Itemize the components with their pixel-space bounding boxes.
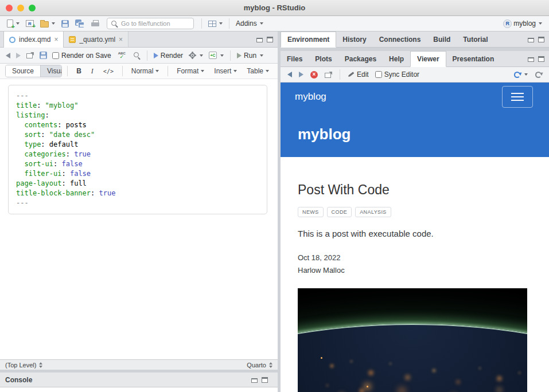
yaml-code-block[interactable]: ---title: "myblog"listing: contents: pos… bbox=[8, 85, 267, 214]
table-menu[interactable]: Table bbox=[243, 66, 272, 76]
maximize-pane-button[interactable] bbox=[267, 37, 273, 42]
tab-viewer[interactable]: Viewer bbox=[410, 51, 446, 67]
chevron-down-icon bbox=[539, 22, 542, 25]
format-menu[interactable]: Format bbox=[173, 66, 208, 76]
maximize-pane-button[interactable] bbox=[262, 377, 268, 383]
find-replace-button[interactable] bbox=[131, 50, 142, 60]
code-line[interactable]: listing: bbox=[16, 111, 259, 120]
paragraph-style-dropdown[interactable]: Normal bbox=[128, 66, 163, 76]
render-options-button[interactable] bbox=[187, 50, 205, 60]
italic-button[interactable]: I bbox=[88, 66, 97, 77]
code-line[interactable]: sort-ui: false bbox=[16, 159, 259, 169]
code-line[interactable]: type: default bbox=[16, 140, 259, 150]
tab-presentation[interactable]: Presentation bbox=[446, 51, 501, 66]
minimize-pane-button[interactable] bbox=[528, 56, 534, 62]
goto-file-input[interactable] bbox=[121, 20, 190, 27]
code-line[interactable]: categories: true bbox=[16, 150, 259, 159]
source-forward-button[interactable] bbox=[14, 52, 22, 60]
maximize-pane-button[interactable] bbox=[538, 56, 544, 62]
tab-environment[interactable]: Environment bbox=[281, 32, 336, 48]
tab-history[interactable]: History bbox=[336, 32, 372, 47]
tab-plots[interactable]: Plots bbox=[309, 51, 338, 66]
viewer-popout-button[interactable] bbox=[323, 70, 334, 79]
console-body[interactable] bbox=[0, 387, 278, 392]
chevron-down-icon bbox=[200, 54, 203, 57]
tab-files[interactable]: Files bbox=[281, 51, 309, 66]
save-all-button[interactable] bbox=[73, 18, 87, 29]
viewer-edit-button[interactable]: Edit bbox=[346, 69, 371, 80]
bold-button[interactable]: B bbox=[73, 66, 85, 76]
run-button[interactable]: Run bbox=[235, 50, 265, 61]
visual-mode-button[interactable]: Visual bbox=[40, 65, 62, 77]
close-window-button[interactable] bbox=[6, 5, 13, 11]
tab-help[interactable]: Help bbox=[383, 51, 410, 66]
save-button[interactable] bbox=[59, 19, 71, 29]
environment-pane: Environment History Connections Build Tu… bbox=[281, 32, 549, 48]
viewer-stop-button[interactable] bbox=[309, 70, 320, 80]
minimize-window-button[interactable] bbox=[17, 5, 24, 11]
print-icon bbox=[91, 20, 99, 27]
save-icon bbox=[61, 20, 69, 28]
minimize-pane-button[interactable] bbox=[528, 37, 534, 42]
console-header[interactable]: Console bbox=[0, 373, 278, 387]
viewer-refresh-button[interactable] bbox=[533, 70, 544, 80]
render-button[interactable]: Render bbox=[152, 50, 185, 61]
maximize-pane-button[interactable] bbox=[538, 37, 544, 42]
insert-chunk-button[interactable] bbox=[207, 50, 225, 60]
editor-area[interactable]: ---title: "myblog"listing: contents: pos… bbox=[0, 79, 278, 359]
viewer-back-button[interactable] bbox=[286, 70, 294, 79]
toolbar-separator bbox=[229, 18, 229, 29]
back-arrow-icon bbox=[287, 72, 292, 77]
code-format-button[interactable]: </> bbox=[100, 67, 117, 76]
source-back-button[interactable] bbox=[4, 52, 12, 60]
category-badge-code[interactable]: CODE bbox=[327, 207, 352, 217]
new-project-button[interactable] bbox=[24, 19, 36, 28]
code-line[interactable]: page-layout: full bbox=[16, 179, 259, 189]
minimize-pane-button[interactable] bbox=[256, 37, 263, 42]
category-badge-analysis[interactable]: ANALYSIS bbox=[355, 207, 391, 217]
minimize-pane-button[interactable] bbox=[251, 377, 258, 383]
back-arrow-icon bbox=[6, 53, 10, 58]
render-on-save-checkbox[interactable] bbox=[52, 52, 59, 59]
addins-menu-button[interactable]: Addins bbox=[233, 18, 266, 29]
pane-layout-button[interactable] bbox=[206, 19, 225, 28]
spellcheck-button[interactable] bbox=[115, 50, 129, 61]
code-line[interactable]: title-block-banner: true bbox=[16, 189, 259, 198]
new-file-button[interactable] bbox=[5, 18, 22, 29]
save-document-button[interactable] bbox=[38, 50, 49, 60]
sync-editor-checkbox[interactable] bbox=[375, 71, 382, 78]
tab-tutorial[interactable]: Tutorial bbox=[457, 32, 494, 47]
code-line[interactable]: title: "myblog" bbox=[16, 101, 259, 111]
category-badge-news[interactable]: NEWS bbox=[298, 207, 324, 217]
tab-connections[interactable]: Connections bbox=[373, 32, 427, 47]
scope-selector[interactable]: (Top Level) bbox=[5, 362, 42, 369]
open-in-new-window-button[interactable] bbox=[25, 51, 36, 60]
language-mode-selector[interactable]: Quarto bbox=[247, 362, 272, 369]
viewer-sync-button[interactable] bbox=[512, 70, 529, 80]
source-mode-button[interactable]: Source bbox=[6, 65, 40, 77]
code-line[interactable]: filter-ui: false bbox=[16, 169, 259, 179]
blog-navbar-title-link[interactable]: myblog bbox=[295, 91, 326, 103]
zoom-window-button[interactable] bbox=[29, 5, 36, 11]
open-file-button[interactable] bbox=[38, 19, 57, 29]
tab-label: index.qmd bbox=[19, 36, 50, 44]
stop-icon bbox=[310, 71, 318, 79]
toolbar-separator bbox=[230, 50, 231, 61]
code-line[interactable]: --- bbox=[16, 91, 259, 101]
close-tab-icon[interactable] bbox=[119, 36, 123, 43]
code-line[interactable]: contents: posts bbox=[16, 120, 259, 130]
project-menu-button[interactable]: myblog bbox=[501, 18, 544, 29]
forward-arrow-icon bbox=[299, 72, 303, 77]
print-button[interactable] bbox=[89, 19, 102, 28]
code-line[interactable]: --- bbox=[16, 198, 259, 208]
hamburger-menu-button[interactable] bbox=[502, 86, 533, 108]
close-tab-icon[interactable] bbox=[54, 36, 58, 43]
tab-packages[interactable]: Packages bbox=[338, 51, 383, 66]
tab-quarto-yml[interactable]: _quarto.yml bbox=[64, 32, 129, 47]
tab-index-qmd[interactable]: index.qmd bbox=[3, 32, 64, 48]
chevron-down-icon bbox=[155, 70, 159, 72]
viewer-forward-button[interactable] bbox=[297, 70, 305, 79]
code-line[interactable]: sort: "date desc" bbox=[16, 130, 259, 140]
tab-build[interactable]: Build bbox=[427, 32, 457, 47]
insert-menu[interactable]: Insert bbox=[211, 66, 240, 76]
